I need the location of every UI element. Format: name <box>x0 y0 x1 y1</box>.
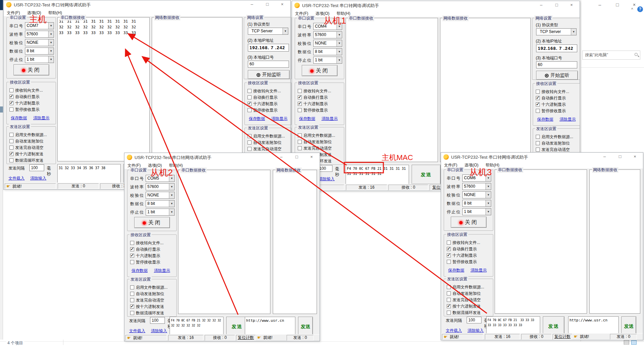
pause-recv-option[interactable]: 暂停接收显示 <box>130 259 160 264</box>
chevron-down-icon[interactable]: ▼ <box>336 23 342 30</box>
parity-select[interactable]: NONE▼ <box>25 39 54 46</box>
serial-recv-area[interactable]: 31 31 31 31 31 31 31 31 31 31 32 32 32 3… <box>57 17 150 161</box>
serial-recv-area[interactable] <box>495 169 587 314</box>
chevron-down-icon[interactable]: ▼ <box>48 39 54 46</box>
serial-send-button[interactable]: 发送 <box>412 165 441 184</box>
checkbox-icon[interactable] <box>9 152 13 156</box>
databits-select[interactable]: 8 bit▼ <box>313 48 342 55</box>
search-input[interactable]: 搜索"此电脑" <box>582 51 640 60</box>
send-as-hex-option[interactable]: 按十六进制发送 <box>9 151 43 156</box>
send-interval-input[interactable]: 100 <box>29 164 44 171</box>
explorer-maximize-button[interactable]: □ <box>610 0 625 9</box>
checkbox-icon[interactable] <box>130 247 134 251</box>
stopbits-select[interactable]: 1 bit▼ <box>146 209 175 216</box>
minimize-button[interactable]: – <box>274 153 289 161</box>
loop-send-option[interactable]: 数据流循环发送 <box>447 309 481 315</box>
save-data-link[interactable]: 保存数据 <box>249 116 265 121</box>
baud-select[interactable]: 57600▼ <box>25 31 54 38</box>
recv-to-file-option[interactable]: 接收转向文件... <box>247 88 281 93</box>
chevron-down-icon[interactable]: ▼ <box>336 49 342 55</box>
auto-newline-option[interactable]: 自动换行显示 <box>447 246 477 251</box>
explorer-minimize-button[interactable]: – <box>592 0 608 9</box>
menu-options[interactable]: 选项(O) <box>24 9 44 16</box>
checkbox-icon[interactable] <box>298 146 302 150</box>
databits-select[interactable]: 8 bit▼ <box>25 48 54 55</box>
save-data-link[interactable]: 保存数据 <box>11 116 27 120</box>
protocol-select[interactable]: TCP Server▼ <box>248 28 288 35</box>
hex-display-option[interactable]: 十六进制显示 <box>298 100 328 106</box>
com-port-select[interactable]: COM7▼ <box>25 22 54 29</box>
close-window-button[interactable]: × <box>627 153 642 161</box>
net-recv-area[interactable] <box>152 17 242 161</box>
save-data-link[interactable]: 保存数据 <box>131 268 148 273</box>
chevron-down-icon[interactable]: ▼ <box>48 56 54 63</box>
checkbox-icon[interactable] <box>130 298 134 302</box>
checkbox-icon[interactable] <box>447 241 451 245</box>
checkbox-icon[interactable] <box>247 102 252 106</box>
protocol-select[interactable]: TCP Server▼ <box>536 28 577 35</box>
close-window-button[interactable]: × <box>564 1 579 9</box>
checkbox-icon[interactable] <box>130 292 134 296</box>
serial-send-input[interactable]: 31 32 33 34 35 36 37 38 <box>57 164 121 184</box>
auto-append-option[interactable]: 自动发送附加位 <box>536 140 570 145</box>
file-data-source-option[interactable]: 启用文件数据源... <box>247 133 285 138</box>
hex-display-option[interactable]: 十六进制显示 <box>447 252 477 257</box>
serial-recv-area[interactable] <box>178 170 270 314</box>
clear-display-link[interactable]: 清除显示 <box>271 116 287 121</box>
checkbox-icon[interactable] <box>247 140 252 145</box>
title-bar[interactable]: USR-TCP232-Test 串口转网络调试助手 – □ × <box>4 0 290 9</box>
save-data-link[interactable]: 保存数据 <box>299 116 315 121</box>
recv-to-file-option[interactable]: 接收转向文件... <box>447 239 480 245</box>
pause-recv-option[interactable]: 暂停接收显示 <box>298 107 328 112</box>
reset-count-link[interactable]: 复位计数 <box>236 335 256 341</box>
clear-after-send-option[interactable]: 发送完自动清空 <box>247 146 282 151</box>
chevron-down-icon[interactable]: ▼ <box>336 40 342 46</box>
file-load-link[interactable]: 文件载入 <box>8 176 25 181</box>
net-send-button[interactable]: 发送 <box>298 317 313 336</box>
title-bar[interactable]: USR-TCP232-Test 串口转网络调试助手 – □ × <box>292 1 580 10</box>
clear-display-link[interactable]: 清除显示 <box>33 116 49 120</box>
loop-send-option[interactable]: 数据流循环发送 <box>130 310 164 315</box>
local-ip-input[interactable]: 192.168. 7 .242 <box>536 44 577 52</box>
checkbox-icon[interactable] <box>9 107 13 112</box>
clear-after-send-option[interactable]: 发送完自动清空 <box>447 296 481 302</box>
start-listen-button[interactable]: 开始监听 <box>248 70 290 79</box>
menu-options[interactable]: 选项(O) <box>462 161 481 168</box>
checkbox-icon[interactable] <box>447 247 451 251</box>
ribbon-collapse-icon[interactable]: ^ <box>631 7 633 12</box>
file-data-source-option[interactable]: 启用文件数据源... <box>130 284 168 289</box>
checkbox-icon[interactable] <box>536 102 540 106</box>
checkbox-icon[interactable] <box>9 88 13 92</box>
chevron-down-icon[interactable]: ▼ <box>169 192 174 198</box>
clear-after-send-option[interactable]: 发送完自动清空 <box>9 144 43 150</box>
chevron-down-icon[interactable]: ▼ <box>486 175 491 181</box>
checkbox-icon[interactable] <box>298 108 302 112</box>
checkbox-icon[interactable] <box>9 146 13 150</box>
checkbox-icon[interactable] <box>298 89 302 93</box>
com-port-select[interactable]: COM6▼ <box>462 175 491 182</box>
stopbits-select[interactable]: 1 bit▼ <box>313 57 342 64</box>
checkbox-icon[interactable] <box>9 101 13 105</box>
clear-input-link[interactable]: 清除输入 <box>151 328 167 333</box>
checkbox-icon[interactable] <box>130 241 134 245</box>
checkbox-icon[interactable] <box>9 95 13 99</box>
clear-after-send-option[interactable]: 发送完自动清空 <box>130 297 164 302</box>
com-port-select[interactable]: COM5▼ <box>146 175 175 182</box>
recv-to-file-option[interactable]: 接收转向文件... <box>536 88 569 94</box>
parity-select[interactable]: NONE▼ <box>313 40 342 47</box>
checkbox-icon[interactable] <box>298 95 302 99</box>
auto-append-option[interactable]: 自动发送附加位 <box>447 290 481 295</box>
checkbox-icon[interactable] <box>447 298 451 302</box>
net-recv-area[interactable] <box>589 169 640 314</box>
chevron-down-icon[interactable]: ▼ <box>486 183 491 190</box>
checkbox-icon[interactable] <box>130 285 134 289</box>
hex-display-option[interactable]: 十六进制显示 <box>536 101 566 106</box>
checkbox-icon[interactable] <box>9 139 13 143</box>
maximize-button[interactable]: □ <box>260 0 275 8</box>
clear-after-send-option[interactable]: 发送完自动清空 <box>298 145 332 150</box>
local-ip-input[interactable]: 192.168. 7 .242 <box>248 44 289 52</box>
parity-select[interactable]: NONE▼ <box>462 191 491 198</box>
send-as-hex-option[interactable]: 按十六进制发送 <box>447 303 481 308</box>
clear-input-link[interactable]: 清除输入 <box>30 176 46 181</box>
clear-display-link[interactable]: 清除显示 <box>470 268 487 273</box>
